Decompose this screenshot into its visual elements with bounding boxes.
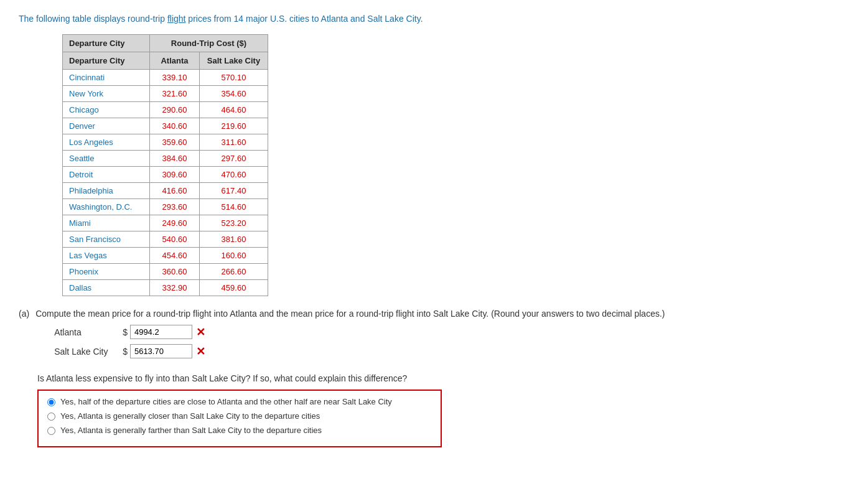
slc-price-cell: 266.60: [200, 264, 268, 280]
table-row: San Francisco540.60381.60: [63, 231, 268, 248]
city-cell: Philadelphia: [63, 183, 150, 199]
atlanta-price-cell: 359.60: [150, 134, 200, 151]
option-radio-0[interactable]: [47, 398, 55, 406]
atlanta-dollar: $: [123, 327, 128, 337]
table-row: Chicago290.60464.60: [63, 102, 268, 118]
atlanta-label: Atlanta: [54, 327, 123, 337]
table-row: Philadelphia416.60617.40: [63, 183, 268, 199]
slc-price-cell: 470.60: [200, 167, 268, 183]
slc-price-cell: 617.40: [200, 183, 268, 199]
col-subheader-slc: Salt Lake City: [200, 52, 268, 70]
slc-label: Salt Lake City: [54, 347, 123, 357]
option-label-2: Yes, Atlanta is generally farther than S…: [60, 426, 322, 435]
part-a-label: (a): [19, 309, 29, 319]
table-row: Cincinnati339.10570.10: [63, 70, 268, 86]
col-subheader-atlanta: Atlanta: [150, 52, 200, 70]
option-row: Yes, Atlanta is generally closer than Sa…: [47, 411, 432, 421]
atlanta-price-cell: 360.60: [150, 264, 200, 280]
city-cell: Cincinnati: [63, 70, 150, 86]
count-link[interactable]: 14: [234, 14, 244, 24]
city-cell: San Francisco: [63, 231, 150, 248]
atlanta-price-cell: 249.60: [150, 215, 200, 231]
slc-price-cell: 464.60: [200, 102, 268, 118]
atlanta-price-cell: 321.60: [150, 86, 200, 102]
city-cell: Washington, D.C.: [63, 199, 150, 215]
atlanta-price-cell: 340.60: [150, 118, 200, 134]
table-row: Phoenix360.60266.60: [63, 264, 268, 280]
intro-link-color: The following table displays round-trip …: [19, 14, 423, 24]
slc-price-cell: 354.60: [200, 86, 268, 102]
city-cell: New York: [63, 86, 150, 102]
slc-price-cell: 381.60: [200, 231, 268, 248]
option-radio-1[interactable]: [47, 413, 55, 421]
atlanta-price-cell: 384.60: [150, 151, 200, 167]
col-header-roundtrip: Round-Trip Cost ($): [150, 35, 268, 52]
table-row: Los Angeles359.60311.60: [63, 134, 268, 151]
atlanta-price-cell: 290.60: [150, 102, 200, 118]
flight-link[interactable]: flight: [167, 14, 186, 24]
atlanta-price-cell: 540.60: [150, 231, 200, 248]
option-radio-2[interactable]: [47, 427, 55, 435]
city-cell: Detroit: [63, 167, 150, 183]
atlanta-price-cell: 416.60: [150, 183, 200, 199]
atlanta-input[interactable]: [130, 325, 192, 339]
table-row: Las Vegas454.60160.60: [63, 248, 268, 264]
atlanta-price-cell: 454.60: [150, 248, 200, 264]
slc-price-cell: 297.60: [200, 151, 268, 167]
city-cell: Seattle: [63, 151, 150, 167]
table-row: New York321.60354.60: [63, 86, 268, 102]
city-cell: Chicago: [63, 102, 150, 118]
slc-price-cell: 459.60: [200, 280, 268, 296]
table-row: Seattle384.60297.60: [63, 151, 268, 167]
slc-price-cell: 570.10: [200, 70, 268, 86]
question-b-text: Is Atlanta less expensive to fly into th…: [37, 373, 836, 383]
part-a-question: Compute the mean price for a round-trip …: [35, 309, 665, 319]
city-cell: Las Vegas: [63, 248, 150, 264]
option-row: Yes, Atlanta is generally farther than S…: [47, 426, 432, 435]
atlanta-answer-row: Atlanta $ ✕: [54, 325, 665, 339]
options-box: Yes, half of the departure cities are cl…: [37, 390, 442, 447]
slc-price-cell: 311.60: [200, 134, 268, 151]
city-cell: Denver: [63, 118, 150, 134]
table-row: Denver340.60219.60: [63, 118, 268, 134]
part-a-container: (a) Compute the mean price for a round-t…: [19, 309, 836, 363]
table-row: Miami249.60523.20: [63, 215, 268, 231]
intro-paragraph: The following table displays round-trip …: [19, 12, 836, 26]
slc-x-mark: ✕: [196, 345, 205, 358]
city-cell: Miami: [63, 215, 150, 231]
slc-price-cell: 523.20: [200, 215, 268, 231]
table-row: Dallas332.90459.60: [63, 280, 268, 296]
atlanta-price-cell: 293.60: [150, 199, 200, 215]
slc-price-cell: 160.60: [200, 248, 268, 264]
us-link[interactable]: U.S.: [270, 14, 287, 24]
slc-answer-row: Salt Lake City $ ✕: [54, 344, 665, 358]
option-label-1: Yes, Atlanta is generally closer than Sa…: [60, 411, 320, 421]
city-cell: Los Angeles: [63, 134, 150, 151]
city-cell: Phoenix: [63, 264, 150, 280]
table-row: Detroit309.60470.60: [63, 167, 268, 183]
flight-prices-table: Departure City Round-Trip Cost ($) Depar…: [62, 34, 268, 296]
atlanta-price-cell: 339.10: [150, 70, 200, 86]
city-cell: Dallas: [63, 280, 150, 296]
option-row: Yes, half of the departure cities are cl…: [47, 397, 432, 406]
atlanta-x-mark: ✕: [196, 325, 205, 339]
atlanta-price-cell: 332.90: [150, 280, 200, 296]
atlanta-price-cell: 309.60: [150, 167, 200, 183]
slc-price-cell: 219.60: [200, 118, 268, 134]
col-header-departure: Departure City: [63, 35, 150, 52]
table-row: Washington, D.C.293.60514.60: [63, 199, 268, 215]
option-label-0: Yes, half of the departure cities are cl…: [60, 397, 392, 406]
slc-price-cell: 514.60: [200, 199, 268, 215]
slc-input[interactable]: [130, 344, 192, 358]
col-subheader-city: Departure City: [63, 52, 150, 70]
slc-dollar: $: [123, 347, 128, 357]
